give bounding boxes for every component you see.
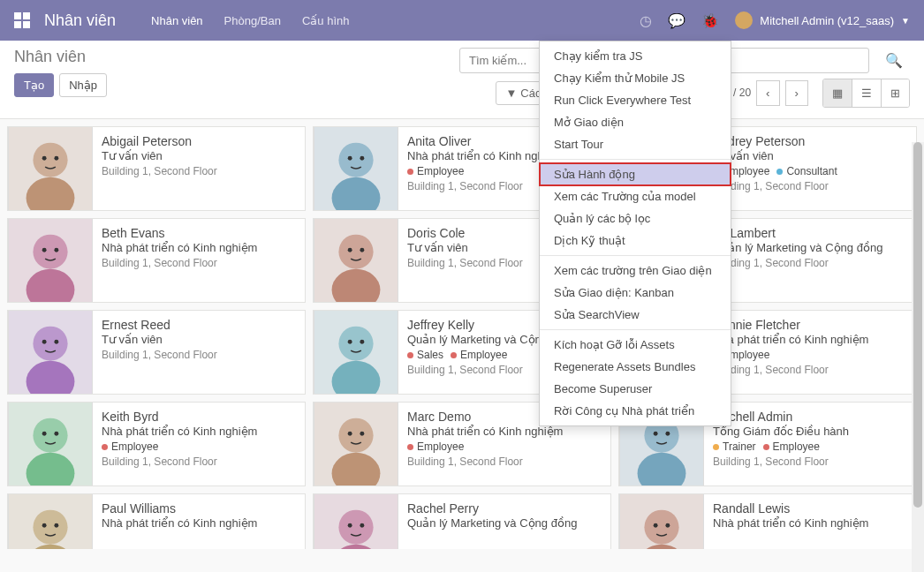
svg-point-23	[348, 248, 352, 252]
dev-menu-item[interactable]: Sửa SearchView	[540, 304, 731, 326]
svg-point-9	[360, 156, 364, 161]
tag-dot-icon	[102, 444, 108, 450]
svg-point-46	[33, 418, 67, 453]
svg-point-48	[42, 432, 47, 436]
svg-point-68	[348, 523, 352, 528]
dev-menu-item[interactable]: Start Tour	[540, 133, 731, 155]
dev-menu-item[interactable]: Quản lý các bộ lọc	[540, 207, 731, 230]
svg-point-71	[644, 510, 678, 545]
filter-icon: ▼	[505, 87, 517, 100]
employee-card[interactable]: Paul WilliamsNhà phát triển có Kinh nghi…	[7, 493, 306, 549]
user-menu[interactable]: Mitchell Admin (v12_saas) ▼	[735, 11, 910, 29]
dev-menu-item[interactable]: Xem các trường trên Giao diện	[540, 260, 731, 282]
employee-card[interactable]: Rachel PerryQuản lý Marketing và Cộng đồ…	[313, 493, 611, 549]
svg-point-53	[348, 432, 352, 436]
dev-menu-item[interactable]: Run Click Everywhere Test	[540, 89, 731, 111]
topbar: Nhân viên Nhân viênPhòng/BanCấu hình ◷ 💬…	[0, 0, 924, 41]
employee-photo	[8, 219, 93, 302]
nav-link[interactable]: Nhân viên	[151, 14, 203, 27]
dev-menu-item[interactable]: Become Superuser	[540, 378, 731, 400]
employee-name: Rachel Perry	[407, 501, 577, 516]
employee-name: Ronnie Fletcher	[713, 318, 868, 332]
brand: Nhân viên	[44, 11, 116, 30]
view-activity-button[interactable]: ⊞	[882, 79, 909, 107]
employee-card[interactable]: Beth EvansNhà phát triển có Kinh nghiệmB…	[7, 218, 306, 303]
employee-card[interactable]: Abigail PetersonTư vấn viênBuilding 1, S…	[7, 126, 306, 211]
employee-title: Tư vấn viên	[407, 241, 523, 254]
import-button[interactable]: Nhập	[59, 73, 107, 97]
dev-menu-item[interactable]: Xem các Trường của model	[540, 185, 731, 207]
tag-dot-icon	[407, 352, 413, 358]
bug-icon[interactable]: 🐞	[701, 12, 719, 29]
employee-photo	[314, 219, 398, 302]
svg-point-31	[33, 327, 67, 361]
svg-point-33	[42, 340, 47, 344]
employee-location: Building 1, Second Floor	[713, 455, 849, 468]
employee-name: Abigail Peterson	[102, 134, 217, 148]
tag-dot-icon	[407, 169, 413, 175]
svg-point-66	[338, 510, 373, 545]
nav-link[interactable]: Phòng/Ban	[224, 14, 281, 27]
employee-name: Eli Lambert	[713, 226, 882, 240]
employee-title: Nhà phát triển có Kinh nghiệm	[713, 333, 868, 346]
control-panel: Nhân viên Tạo Nhập 🔍 ▼ Các Bộ lọc ▾ ★ Ưa…	[0, 41, 924, 119]
svg-point-3	[42, 156, 47, 161]
employee-name: Beth Evans	[102, 226, 257, 240]
svg-point-4	[54, 156, 58, 161]
tag: Sales	[407, 349, 443, 361]
view-kanban-button[interactable]: ▦	[823, 79, 852, 107]
employee-card[interactable]: Keith ByrdNhà phát triển có Kinh nghiệmE…	[7, 402, 306, 486]
employee-photo	[314, 494, 398, 549]
employee-tags: Employee	[407, 440, 563, 453]
dev-menu-item[interactable]: Chạy kiểm tra JS	[540, 45, 731, 67]
svg-point-73	[654, 523, 658, 528]
employee-name: Mitchell Admin	[713, 410, 849, 424]
employee-photo	[8, 494, 93, 549]
employee-card[interactable]: Randall LewisNhà phát triển có Kinh nghi…	[618, 493, 917, 549]
search-icon[interactable]: 🔍	[878, 49, 910, 72]
employee-name: Paul Williams	[102, 501, 257, 516]
scroll-thumb[interactable]	[913, 142, 922, 508]
dev-menu-item[interactable]: Mở Giao diện	[540, 111, 731, 133]
dev-menu-item[interactable]: Regenerate Assets Bundles	[540, 356, 731, 378]
svg-point-34	[54, 340, 58, 344]
main-scrollbar[interactable]	[912, 142, 924, 549]
employee-title: Nhà phát triển có Kinh nghiệm	[713, 516, 868, 530]
pager-next-button[interactable]: ›	[785, 80, 808, 106]
avatar-icon	[735, 11, 753, 29]
dev-menu-item[interactable]: Kích hoạt Gỡ lỗi Assets	[540, 334, 731, 356]
dev-menu-item[interactable]: Rời Công cụ Nhà phát triển	[540, 400, 731, 422]
employee-location: Building 1, Second Floor	[407, 455, 563, 468]
tag-dot-icon	[451, 352, 457, 358]
svg-point-1	[33, 143, 67, 177]
employee-location: Building 1, Second Floor	[713, 257, 882, 269]
employee-title: Tư vấn viên	[713, 149, 837, 162]
employee-title: Nhà phát triển có Kinh nghiệm	[102, 425, 257, 438]
clock-icon[interactable]: ◷	[640, 12, 652, 29]
employee-card[interactable]: Ernest ReedTư vấn viênBuilding 1, Second…	[7, 310, 306, 395]
employee-name: Audrey Peterson	[713, 134, 837, 148]
svg-point-74	[665, 523, 670, 528]
svg-point-18	[42, 248, 47, 252]
svg-point-54	[360, 432, 364, 436]
pager-prev-button[interactable]: ‹	[756, 80, 779, 106]
employee-photo	[619, 494, 704, 549]
employee-title: Quản lý Marketing và Cộng đồng	[713, 241, 882, 254]
tag-dot-icon	[776, 169, 783, 175]
caret-down-icon: ▼	[901, 16, 910, 26]
dev-menu-item[interactable]: Dịch Kỹ thuật	[540, 230, 731, 252]
create-button[interactable]: Tạo	[14, 73, 54, 97]
nav-link[interactable]: Cấu hình	[302, 14, 350, 27]
svg-point-6	[338, 143, 373, 177]
employee-tags: Employee	[713, 349, 868, 361]
nav-links: Nhân viênPhòng/BanCấu hình	[151, 14, 349, 27]
dev-menu-item[interactable]: Sửa Hành động	[540, 163, 731, 185]
user-name: Mitchell Admin (v12_saas)	[760, 14, 894, 27]
dev-menu-item[interactable]: Chạy Kiểm thử Mobile JS	[540, 67, 731, 89]
svg-point-63	[42, 523, 47, 528]
chat-icon[interactable]: 💬	[668, 12, 685, 29]
view-list-button[interactable]: ☰	[852, 79, 882, 107]
apps-icon[interactable]	[14, 12, 30, 28]
employee-location: Building 1, Second Floor	[407, 257, 523, 269]
dev-menu-item[interactable]: Sửa Giao diện: Kanban	[540, 282, 731, 304]
